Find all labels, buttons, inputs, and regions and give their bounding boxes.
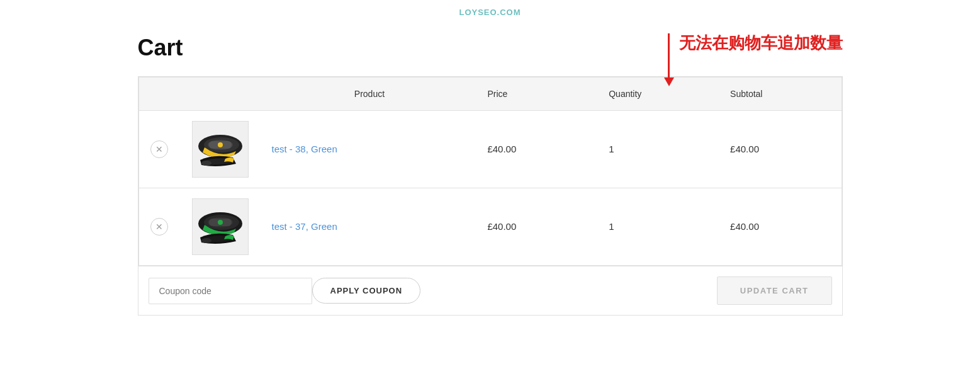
coupon-input[interactable] <box>149 278 312 304</box>
price-cell-2: £40.00 <box>477 188 599 266</box>
site-header: LOYSEO.COM <box>0 0 980 22</box>
product-image-2 <box>192 198 249 255</box>
product-link-1[interactable]: test - 38, Green <box>272 144 337 154</box>
cart-table: Product Price Quantity Subtotal ✕ <box>138 77 842 266</box>
product-image-cell-2 <box>179 188 262 266</box>
product-image-cell-1 <box>179 111 262 188</box>
remove-cell-1: ✕ <box>138 111 179 188</box>
svg-point-10 <box>218 220 223 225</box>
annotation-text: 无法在购物车追加数量 <box>679 33 843 53</box>
quantity-1: 1 <box>609 144 614 154</box>
annotation-container: 无法在购物车追加数量 <box>664 33 843 86</box>
update-cart-button[interactable]: UPDATE CART <box>717 276 832 305</box>
product-link-2[interactable]: test - 37, Green <box>272 221 337 232</box>
product-name-cell-1: test - 38, Green <box>262 111 478 188</box>
quantity-cell-1: 1 <box>599 111 720 188</box>
price-1: £40.00 <box>487 144 516 154</box>
svg-point-5 <box>201 161 211 166</box>
svg-point-4 <box>218 142 223 147</box>
table-row: ✕ <box>138 188 842 266</box>
col-header-product: Product <box>262 77 478 111</box>
table-row: ✕ <box>138 111 842 188</box>
col-header-remove <box>138 77 179 111</box>
price-2: £40.00 <box>487 221 516 232</box>
remove-cell-2: ✕ <box>138 188 179 266</box>
actions-row: APPLY COUPON UPDATE CART <box>138 266 842 315</box>
remove-button-2[interactable]: ✕ <box>150 218 168 236</box>
svg-point-11 <box>201 238 211 243</box>
cart-table-wrapper: Product Price Quantity Subtotal ✕ <box>138 76 843 316</box>
col-header-image <box>179 77 262 111</box>
subtotal-2: £40.00 <box>730 221 759 232</box>
apply-coupon-button[interactable]: APPLY COUPON <box>312 278 421 304</box>
subtotal-1: £40.00 <box>730 144 759 154</box>
product-image-1 <box>192 121 249 178</box>
subtotal-cell-2: £40.00 <box>720 188 842 266</box>
quantity-2: 1 <box>609 221 614 232</box>
subtotal-cell-1: £40.00 <box>720 111 842 188</box>
site-name: LOYSEO.COM <box>459 8 521 17</box>
quantity-cell-2: 1 <box>599 188 720 266</box>
col-header-price: Price <box>477 77 599 111</box>
remove-button-1[interactable]: ✕ <box>150 140 168 158</box>
price-cell-1: £40.00 <box>477 111 599 188</box>
annotation-arrow <box>664 33 674 86</box>
product-name-cell-2: test - 37, Green <box>262 188 478 266</box>
